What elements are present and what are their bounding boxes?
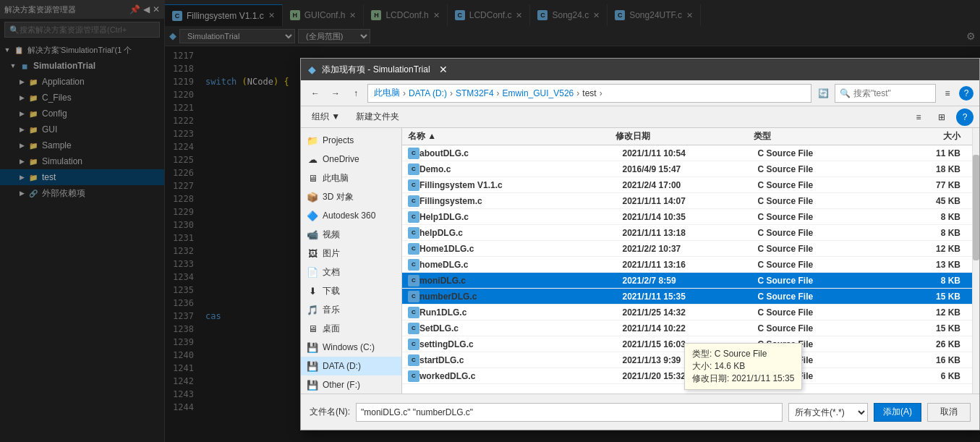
file-row[interactable]: C settingDLG.c 2021/1/15 16:03 C Source … (402, 336, 972, 352)
c-source-icon: C (408, 307, 419, 318)
file-row[interactable]: C SetDLG.c 2021/1/14 10:22 C Source File… (402, 320, 972, 336)
file-row[interactable]: C homeDLG.c 2021/1/11 13:16 C Source Fil… (402, 257, 972, 273)
view-help-button[interactable]: ? (956, 109, 973, 126)
file-list-header: 名称 ▲ 修改日期 类型 大小 (402, 128, 972, 145)
organize-button[interactable]: 组织 ▼ (307, 109, 345, 125)
c-source-icon: C (408, 354, 419, 366)
filetype-select[interactable]: 所有文件(*.*) (788, 403, 868, 422)
pictures-icon: 🖼 (307, 247, 318, 259)
drive-f-icon: 💾 (307, 379, 318, 391)
nav-path-segment[interactable]: Emwin_GUI_V526 (503, 88, 574, 98)
nav-view-options-button[interactable]: ≡ (939, 85, 956, 102)
add-existing-item-dialog: ◆ 添加现有项 - SimulationTrial ✕ ← → ↑ 此电脑 › … (300, 58, 980, 430)
dialog-body: 📁 Projects ☁ OneDrive 🖥 此电脑 📦 3D 对象 🔷 Au… (301, 128, 979, 394)
file-row[interactable]: C aboutDLG.c 2021/1/11 10:54 C Source Fi… (402, 145, 972, 161)
c-source-icon: C (408, 259, 419, 271)
left-panel-item-onedrive[interactable]: ☁ OneDrive (301, 150, 401, 169)
c-source-icon: C (408, 148, 419, 159)
nav-refresh-button[interactable]: 🔄 (814, 85, 832, 102)
cancel-button[interactable]: 取消 (927, 403, 971, 422)
left-panel-item-drive-d[interactable]: 💾 DATA (D:) (301, 357, 401, 375)
left-panel-item-drive-c[interactable]: 💾 Windows (C:) (301, 338, 401, 357)
documents-icon: 📄 (307, 266, 318, 278)
filename-input[interactable] (356, 403, 783, 422)
add-button[interactable]: 添加(A) (874, 403, 921, 422)
left-panel-item-this-pc[interactable]: 🖥 此电脑 (301, 169, 401, 187)
file-list-scrollbar[interactable] (972, 128, 979, 394)
file-row[interactable]: C Fillingsystem V1.1.c 2021/2/4 17:00 C … (402, 177, 972, 193)
left-panel-item-desktop[interactable]: 🖥 桌面 (301, 319, 401, 338)
left-panel-item-video[interactable]: 📹 视频 (301, 225, 401, 244)
nav-back-button[interactable]: ← (307, 85, 324, 102)
this-pc-icon: 🖥 (307, 172, 318, 184)
c-source-icon: C (408, 227, 419, 239)
search-icon: 🔍 (840, 88, 851, 98)
c-source-icon: C (408, 370, 419, 382)
new-folder-button[interactable]: 新建文件夹 (351, 109, 404, 125)
nav-path-segment[interactable]: 此电脑 (374, 87, 400, 99)
left-panel-item-3d[interactable]: 📦 3D 对象 (301, 187, 401, 206)
left-panel-item-downloads[interactable]: ⬇ 下载 (301, 281, 401, 300)
onedrive-icon: ☁ (307, 153, 318, 165)
drive-c-icon: 💾 (307, 341, 318, 353)
file-row[interactable]: C Fillingsystem.c 2021/1/11 14:07 C Sour… (402, 193, 972, 209)
col-date[interactable]: 修改日期 (615, 130, 754, 143)
dialog-title-bar: ◆ 添加现有项 - SimulationTrial ✕ (301, 59, 979, 80)
c-source-icon: C (408, 195, 419, 207)
nav-up-button[interactable]: ↑ (347, 85, 365, 102)
c-source-icon: C (408, 291, 419, 302)
nav-path-segment[interactable]: STM32F4 (456, 88, 494, 98)
file-row[interactable]: C Help1DLG.c 2021/1/14 10:35 C Source Fi… (402, 209, 972, 225)
nav-help-button[interactable]: ? (959, 86, 973, 101)
left-panel-item-projects[interactable]: 📁 Projects (301, 131, 401, 150)
dialog-nav-bar: ← → ↑ 此电脑 › DATA (D:) › STM32F4 › Emwin_… (301, 80, 979, 106)
left-panel-item-documents[interactable]: 📄 文档 (301, 263, 401, 281)
dialog-footer: 文件名(N): 所有文件(*.*) 添加(A) 取消 (301, 394, 979, 430)
c-source-icon: C (408, 323, 419, 334)
dialog-toolbar: 组织 ▼ 新建文件夹 ≡ ⊞ ? (301, 106, 979, 128)
file-row[interactable]: C Demo.c 2016/4/9 15:47 C Source File 18… (402, 161, 972, 177)
c-source-icon: C (408, 211, 419, 223)
dialog-close-button[interactable]: ✕ (436, 62, 451, 77)
file-row[interactable]: C Run1DLG.c 2021/1/25 14:32 C Source Fil… (402, 305, 972, 320)
3d-objects-icon: 📦 (307, 191, 318, 203)
file-row-monidlg[interactable]: C moniDLG.c 2021/2/7 8:59 C Source File … (402, 273, 972, 289)
file-row[interactable]: C Home1DLG.c 2021/2/2 10:37 C Source Fil… (402, 241, 972, 257)
col-size[interactable]: 大小 (892, 130, 967, 143)
c-source-icon: C (408, 275, 419, 286)
video-icon: 📹 (307, 229, 318, 240)
projects-icon: 📁 (307, 135, 318, 146)
nav-forward-button[interactable]: → (327, 85, 344, 102)
col-name[interactable]: 名称 ▲ (408, 130, 615, 143)
c-source-icon: C (408, 339, 419, 350)
nav-path-segment[interactable]: DATA (D:) (409, 88, 447, 98)
dialog-right-panel: 名称 ▲ 修改日期 类型 大小 C aboutDLG.c 2021/1/11 1… (402, 128, 972, 394)
view-mode-button[interactable]: ⊞ (933, 109, 950, 126)
drive-d-icon: 💾 (307, 360, 318, 372)
left-panel-item-pictures[interactable]: 🖼 图片 (301, 244, 401, 263)
c-source-icon: C (408, 179, 419, 191)
file-row-numberdlg[interactable]: C numberDLG.c 2021/1/11 15:35 C Source F… (402, 289, 972, 305)
file-row[interactable]: C startDLG.c 2021/1/13 9:39 C Source Fil… (402, 352, 972, 368)
nav-path-segment-current[interactable]: test (582, 88, 596, 98)
col-type[interactable]: 类型 (754, 130, 892, 143)
left-panel-item-autodesk[interactable]: 🔷 Autodesk 360 (301, 206, 401, 225)
scrollbar-thumb[interactable] (973, 155, 979, 261)
nav-search-bar[interactable]: 🔍 (835, 84, 936, 103)
autodesk-icon: 🔷 (307, 210, 318, 221)
c-source-icon: C (408, 163, 419, 175)
downloads-icon: ⬇ (307, 285, 318, 297)
nav-search-input[interactable] (853, 88, 926, 98)
left-panel-item-music[interactable]: 🎵 音乐 (301, 300, 401, 319)
nav-path-bar[interactable]: 此电脑 › DATA (D:) › STM32F4 › Emwin_GUI_V5… (367, 84, 811, 103)
desktop-icon: 🖥 (307, 323, 318, 334)
file-row[interactable]: C workedDLG.c 2021/1/20 15:32 C Source F… (402, 368, 972, 384)
file-row[interactable]: C helpDLG.c 2021/1/11 13:18 C Source Fil… (402, 225, 972, 241)
c-source-icon: C (408, 243, 419, 255)
dialog-title-icon: ◆ (308, 64, 316, 75)
view-toggle-button[interactable]: ≡ (910, 109, 927, 126)
music-icon: 🎵 (307, 304, 318, 315)
dialog-title-text: 添加现有项 - SimulationTrial (322, 64, 430, 76)
filename-label: 文件名(N): (310, 406, 350, 418)
left-panel-item-other-f[interactable]: 💾 Other (F:) (301, 375, 401, 394)
